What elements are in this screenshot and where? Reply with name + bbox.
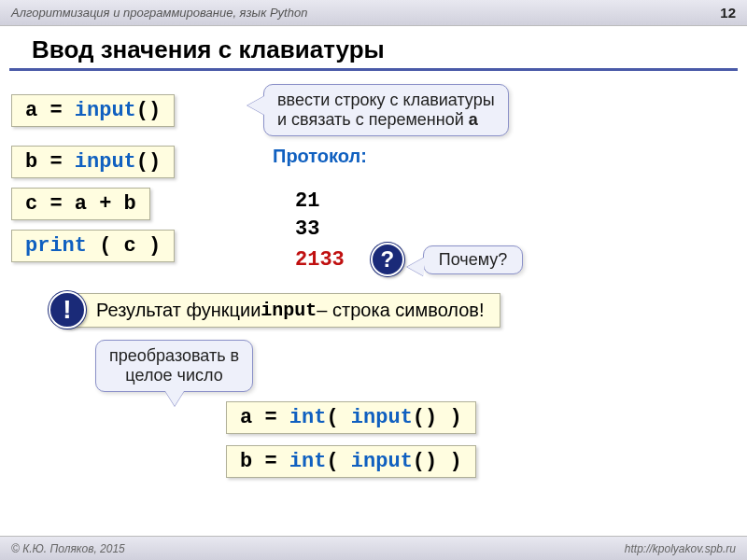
protocol-result: 2133 [295, 246, 345, 274]
code-line-3: c = a + b [11, 188, 150, 220]
callout-tail-icon [247, 96, 264, 115]
result-text-1: Результат функции [96, 300, 261, 321]
code-line-5: a = int( input() ) [226, 401, 476, 434]
protocol-value-2: 33 [295, 216, 523, 244]
callout-why-text: Почему? [439, 250, 508, 269]
header-subject: Алгоритмизация и программирование, язык … [11, 6, 307, 20]
callout-why: Почему? [423, 245, 524, 274]
footer-url: http://kpolyakov.spb.ru [625, 542, 736, 555]
code-line-2: b = input() [11, 146, 175, 178]
code-line-6: b = int( input() ) [226, 445, 476, 478]
code-line-4: print ( c ) [11, 230, 175, 262]
result-text-func: input [261, 300, 317, 321]
result-text-3: – строка символов! [317, 300, 484, 321]
callout-input-desc: ввести строку с клавиатуры и связать с п… [263, 84, 509, 136]
slide-footer: © К.Ю. Поляков, 2015 http://kpolyakov.sp… [0, 536, 747, 560]
slide-content: a = input() ввести строку с клавиатуры и… [0, 84, 747, 478]
callout-line1: ввести строку с клавиатуры [277, 91, 495, 110]
callout-convert: преобразовать в целое число [95, 340, 253, 392]
slide-title: Ввод значения с клавиатуры [9, 26, 738, 71]
code-line-1: a = input() [11, 94, 175, 127]
protocol-label: Протокол: [273, 146, 367, 167]
question-badge-icon: ? [371, 243, 404, 276]
page-number: 12 [720, 5, 736, 21]
callout-convert-l2: целое число [109, 366, 239, 385]
callout-tail-down-icon [165, 391, 184, 406]
slide-header: Алгоритмизация и программирование, язык … [0, 0, 747, 26]
protocol-value-1: 21 [295, 188, 523, 216]
callout-convert-l1: преобразовать в [109, 346, 239, 366]
result-note: Результат функции input – строка символо… [67, 293, 500, 328]
footer-copyright: © К.Ю. Поляков, 2015 [11, 542, 125, 555]
callout-line2: и связать с переменной a [277, 110, 495, 130]
callout-tail-icon [407, 258, 424, 276]
